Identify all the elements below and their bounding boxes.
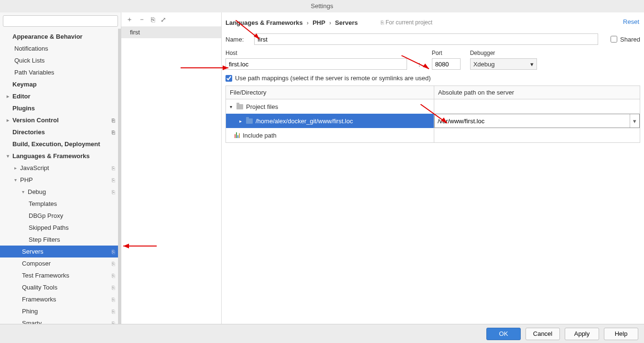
ok-button[interactable]: OK bbox=[486, 328, 521, 340]
sidebar-item-testfw[interactable]: Test Frameworks⎘ bbox=[0, 269, 121, 281]
port-input[interactable] bbox=[432, 58, 461, 70]
copy-button[interactable]: ⎘ bbox=[151, 16, 155, 23]
shared-label: Shared bbox=[620, 36, 640, 43]
scrollbar[interactable] bbox=[118, 29, 121, 324]
sidebar-item-stepfilters[interactable]: Step Filters bbox=[0, 234, 121, 246]
breadcrumb-item: Servers bbox=[335, 19, 358, 26]
label: Plugins bbox=[12, 105, 35, 112]
sidebar-item-php[interactable]: ▾PHP⎘ bbox=[0, 174, 121, 186]
settings-search-input[interactable] bbox=[3, 15, 118, 27]
label: Phing bbox=[22, 308, 38, 315]
label: Path Variables bbox=[14, 69, 54, 76]
label: PHP bbox=[20, 176, 33, 183]
apply-button[interactable]: Apply bbox=[565, 328, 599, 340]
sidebar-item-quality[interactable]: Quality Tools⎘ bbox=[0, 281, 121, 293]
server-list-toolbar: ＋ － ⎘ ⤢ bbox=[121, 12, 221, 27]
table-header: File/Directory Absolute path on the serv… bbox=[226, 86, 640, 99]
sidebar-item-phing[interactable]: Phing⎘ bbox=[0, 305, 121, 317]
project-icon: ⎘ bbox=[112, 273, 115, 279]
path-mappings-label: Use path mappings (select if the server … bbox=[235, 75, 431, 82]
host-input[interactable] bbox=[225, 58, 407, 70]
chevron-right-icon: › bbox=[329, 19, 331, 26]
name-input[interactable] bbox=[254, 33, 598, 45]
help-button[interactable]: Help bbox=[604, 328, 638, 340]
sidebar-item-build[interactable]: Build, Execution, Deployment bbox=[0, 138, 121, 150]
sidebar-item-keymap[interactable]: Keymap bbox=[0, 78, 121, 90]
colon: : bbox=[417, 61, 422, 70]
folder-icon bbox=[236, 104, 243, 109]
sidebar-item-directories[interactable]: Directories⎘ bbox=[0, 126, 121, 138]
debugger-select[interactable]: Xdebug ▾ bbox=[470, 58, 537, 70]
folder-icon bbox=[246, 118, 253, 124]
label: Servers bbox=[22, 248, 43, 255]
import-button[interactable]: ⤢ bbox=[161, 16, 166, 23]
sidebar-item-composer[interactable]: Composer⎘ bbox=[0, 257, 121, 269]
label: DBGp Proxy bbox=[29, 212, 63, 219]
server-list[interactable]: first bbox=[121, 27, 221, 324]
table-row[interactable]: Include path bbox=[226, 128, 640, 142]
sidebar-item-pathvars[interactable]: Path Variables bbox=[0, 66, 121, 78]
sidebar-item-servers[interactable]: Servers⎘ bbox=[0, 246, 121, 257]
project-icon: ⎘ bbox=[112, 177, 115, 183]
debugger-label: Debugger bbox=[470, 50, 537, 56]
remove-button[interactable]: － bbox=[139, 15, 145, 24]
sidebar-item-langfw[interactable]: ▾Languages & Frameworks bbox=[0, 150, 121, 162]
table-row[interactable]: ▾Project files bbox=[226, 99, 640, 114]
sidebar-item-debug[interactable]: ▾Debug⎘ bbox=[0, 186, 121, 198]
path-mappings-input[interactable] bbox=[225, 75, 232, 82]
label: Appearance & Behavior bbox=[12, 33, 83, 40]
chevron-right-icon: › bbox=[307, 19, 309, 26]
label: Languages & Frameworks bbox=[12, 152, 90, 160]
include-path-icon bbox=[235, 132, 240, 138]
project-icon: ⎘ bbox=[112, 321, 115, 324]
dialog-footer: OK Cancel Apply Help bbox=[0, 324, 644, 343]
sidebar-item-editor[interactable]: ▸Editor bbox=[0, 90, 121, 102]
settings-sidebar: Appearance & Behavior Notifications Quic… bbox=[0, 12, 121, 324]
reset-link[interactable]: Reset bbox=[623, 18, 639, 25]
chevron-down-icon[interactable]: ▾ bbox=[230, 104, 236, 109]
cancel-button[interactable]: Cancel bbox=[526, 328, 560, 340]
label: Test Frameworks bbox=[22, 272, 69, 279]
cell-text: /home/alex/docker_git/www/first.loc bbox=[256, 118, 353, 125]
sidebar-item-plugins[interactable]: Plugins bbox=[0, 102, 121, 114]
label: Editor bbox=[12, 93, 31, 100]
settings-tree[interactable]: Appearance & Behavior Notifications Quic… bbox=[0, 29, 121, 324]
path-mappings-checkbox[interactable]: Use path mappings (select if the server … bbox=[225, 75, 640, 82]
sidebar-item-smarty[interactable]: Smarty⎘ bbox=[0, 317, 121, 324]
chevron-right-icon[interactable]: ▸ bbox=[239, 118, 246, 124]
sidebar-item-vcs[interactable]: ▸Version Control⎘ bbox=[0, 114, 121, 126]
project-icon: ⎘ bbox=[112, 261, 115, 267]
port-label: Port bbox=[432, 50, 461, 56]
shared-checkbox[interactable]: Shared bbox=[611, 36, 640, 43]
label: Templates bbox=[29, 200, 57, 207]
label: Quick Lists bbox=[14, 57, 45, 64]
breadcrumb-item[interactable]: PHP bbox=[312, 19, 325, 26]
label: Skipped Paths bbox=[29, 224, 69, 231]
breadcrumb-item[interactable]: Languages & Frameworks bbox=[225, 19, 303, 26]
add-button[interactable]: ＋ bbox=[126, 15, 133, 24]
remote-path-input[interactable] bbox=[435, 114, 630, 128]
sidebar-item-templates[interactable]: Templates bbox=[0, 198, 121, 210]
name-label: Name: bbox=[225, 36, 249, 43]
sidebar-item-frameworks[interactable]: Frameworks⎘ bbox=[0, 293, 121, 305]
label: Frameworks bbox=[22, 296, 56, 303]
project-icon: ⎘ bbox=[112, 165, 115, 171]
sidebar-item-notifications[interactable]: Notifications bbox=[0, 43, 121, 54]
sidebar-item-dbgp[interactable]: DBGp Proxy bbox=[0, 210, 121, 222]
chevron-down-icon: ▾ bbox=[530, 61, 534, 68]
sidebar-item-quicklists[interactable]: Quick Lists bbox=[0, 54, 121, 66]
cell-text: Project files bbox=[246, 103, 278, 110]
chevron-down-icon[interactable]: ▾ bbox=[630, 114, 639, 128]
server-list-item[interactable]: first bbox=[121, 27, 221, 38]
sidebar-item-skipped[interactable]: Skipped Paths bbox=[0, 222, 121, 234]
label: Keymap bbox=[12, 81, 37, 88]
sidebar-item-javascript[interactable]: ▸JavaScript⎘ bbox=[0, 162, 121, 174]
label: Step Filters bbox=[29, 236, 60, 243]
project-icon: ⎘ bbox=[112, 285, 115, 290]
cell-text: Include path bbox=[243, 132, 277, 139]
label: Directories bbox=[12, 129, 45, 136]
sidebar-item-appearance[interactable]: Appearance & Behavior bbox=[0, 31, 121, 43]
window-title: Settings bbox=[0, 0, 644, 12]
shared-checkbox-input[interactable] bbox=[611, 36, 617, 43]
table-row[interactable]: ▸/home/alex/docker_git/www/first.loc ▾ bbox=[226, 114, 640, 128]
